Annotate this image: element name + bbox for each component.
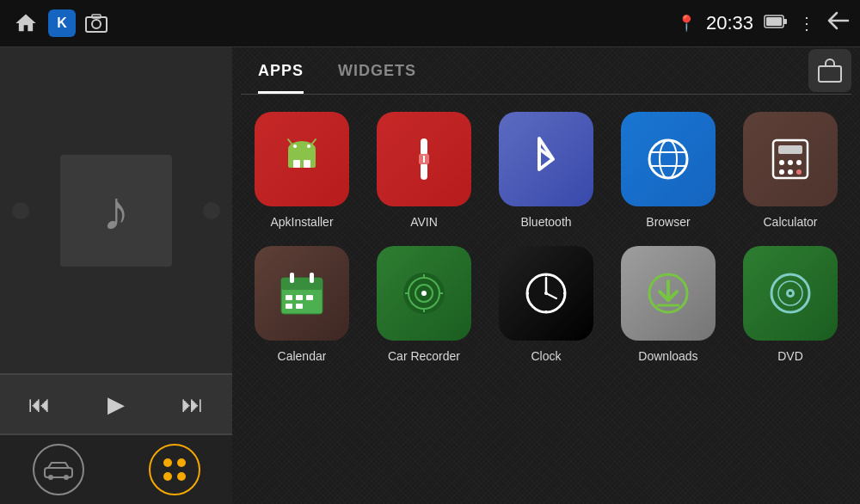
calculator-label: Calculator [763,215,817,229]
dot1 [163,458,172,467]
svg-rect-4 [783,19,787,24]
dot2 [177,458,186,467]
svg-point-65 [789,292,792,295]
bluetooth-label: Bluetooth [520,215,571,229]
svg-point-31 [779,169,784,175]
status-left-icons: K [10,8,110,39]
music-controls: ⏮ ▶ ⏭ [0,375,232,435]
svg-point-8 [64,475,69,480]
app-browser[interactable]: Browser [611,112,725,229]
svg-rect-18 [421,138,427,156]
calculator-icon [743,112,838,206]
k-app-button[interactable]: K [48,9,76,37]
app-download[interactable]: Downloads [611,246,725,363]
back-button[interactable] [826,10,850,36]
calendar-label: Calendar [278,349,327,363]
svg-point-55 [544,292,548,295]
svg-line-17 [312,139,316,144]
car-recorder-icon [377,246,471,341]
home-button[interactable] [10,8,41,39]
app-calendar[interactable]: Calendar [245,246,359,363]
dot3 [163,472,172,481]
svg-rect-39 [296,295,303,300]
app-avin[interactable]: AVIN [367,112,481,229]
dvd-icon [743,246,838,341]
app-calculator[interactable]: Calculator [734,112,847,229]
svg-rect-11 [288,149,316,168]
clock-label: Clock [531,349,561,363]
svg-point-23 [660,140,677,178]
car-recorder-label: Car Recorder [388,349,460,363]
time-display: 20:33 [706,12,753,34]
avin-icon [377,112,471,206]
svg-rect-19 [421,163,427,180]
browser-label: Browser [646,215,690,229]
svg-rect-36 [290,273,294,283]
car-icon [33,444,84,495]
music-artwork: ♪ [60,155,172,267]
svg-point-12 [293,144,297,148]
svg-point-7 [48,475,53,480]
svg-rect-9 [819,66,841,82]
svg-point-1 [92,20,101,28]
speaker-left [12,202,29,219]
apps-grid: ApkInstaller AVIN Bluetooth [241,95,851,380]
apps-icon [149,444,200,495]
svg-point-29 [788,160,793,165]
browser-icon [621,112,716,206]
music-note-icon: ♪ [102,179,130,243]
bottom-nav [0,435,232,504]
calendar-icon [255,246,349,341]
svg-line-16 [288,139,292,144]
svg-point-30 [796,160,802,165]
svg-point-13 [307,144,310,148]
store-button[interactable] [808,49,851,92]
tab-widgets[interactable]: WIDGETS [321,47,433,94]
location-icon: 📍 [677,14,696,33]
svg-rect-40 [306,295,313,300]
svg-rect-42 [296,304,303,309]
apk-installer-label: ApkInstaller [270,215,333,229]
download-icon [621,246,716,341]
dvd-label: DVD [777,349,803,363]
menu-dots-button[interactable]: ⋮ [798,13,815,34]
app-car-recorder[interactable]: Car Recorder [367,246,481,363]
svg-rect-35 [281,278,322,290]
left-sidebar: ♪ ⏮ ▶ ⏭ [0,47,232,504]
download-label: Downloads [638,349,697,363]
svg-point-46 [421,291,427,296]
app-bluetooth[interactable]: Bluetooth [489,112,603,229]
svg-rect-5 [766,17,782,26]
car-nav-button[interactable] [28,444,89,495]
svg-rect-41 [286,304,292,309]
svg-point-22 [649,140,687,178]
next-button[interactable]: ⏭ [175,384,211,425]
apps-nav-button[interactable] [144,444,205,495]
prev-button[interactable]: ⏮ [22,384,58,425]
app-clock[interactable]: Clock [489,246,603,363]
photo-button[interactable] [83,9,110,37]
apk-installer-icon [255,112,349,206]
tabs-header: APPS WIDGETS [241,47,851,95]
svg-rect-14 [293,160,300,168]
tab-apps[interactable]: APPS [241,47,321,94]
music-widget: ♪ [0,47,232,375]
battery-icon [764,15,788,33]
svg-rect-27 [778,145,802,154]
avin-label: AVIN [410,215,438,229]
dot4 [177,472,186,481]
app-dvd[interactable]: DVD [734,246,847,363]
svg-rect-15 [304,160,310,168]
play-button[interactable]: ▶ [101,384,132,425]
speaker-right [203,202,220,219]
clock-icon [499,246,593,341]
svg-point-32 [788,169,793,175]
main-content: APPS WIDGETS [232,47,860,504]
app-apk-installer[interactable]: ApkInstaller [245,112,359,229]
svg-rect-37 [310,273,314,283]
status-bar: K 📍 20:33 ⋮ [0,0,860,47]
svg-rect-38 [286,295,292,300]
svg-point-33 [796,169,802,175]
svg-point-28 [779,160,784,165]
status-right-icons: 📍 20:33 ⋮ [677,10,850,36]
